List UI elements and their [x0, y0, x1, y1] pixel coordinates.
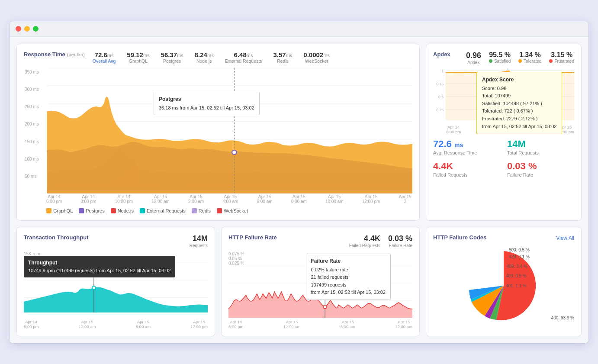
browser-titlebar — [10, 21, 588, 37]
svg-point-9 — [232, 150, 237, 155]
legend-nodejs: Node.js — [111, 208, 134, 213]
throughput-x-axis: Apr 146:00 pm Apr 1512:00 am Apr 156:00 … — [24, 319, 208, 329]
stat-avg-response-value: 72.6 ms — [433, 139, 463, 150]
response-time-x-axis: Apr 146:00 pm Apr 148:00 pm Apr 1410:00 … — [24, 194, 412, 204]
throughput-title: Transaction Throughput — [24, 234, 89, 241]
apdex-satisfied: 95.5 % Satisfied — [489, 51, 511, 64]
metric-websocket: 0.0002ms WebSocket — [303, 51, 330, 64]
legend-postgres: Postgres — [79, 208, 104, 213]
stat-failure-rate-label: Failure Rate — [507, 172, 533, 177]
close-icon[interactable] — [16, 26, 21, 32]
apdex-title: Apdex — [433, 51, 450, 58]
apdex-score-value: 0.96 — [466, 51, 481, 60]
failed-requests-label: Failed Requests — [349, 243, 380, 248]
response-title-section: Response Time (per txn) — [24, 51, 85, 59]
metric-node.js: 8.24ms Node.js — [195, 51, 214, 64]
metric-external-requests: 6.48ms External Requests — [225, 51, 262, 64]
svg-point-31 — [323, 305, 327, 309]
throughput-metric: 14M Requests — [190, 234, 208, 248]
maximize-icon[interactable] — [33, 26, 39, 32]
legend-graphql: GraphQL — [46, 208, 73, 213]
failed-requests-value: 4.4K — [364, 234, 380, 243]
apdex-score: 0.96 Apdex — [466, 51, 481, 65]
apdex-stats: 72.6 ms Avg. Response Time 14M Total Req… — [433, 139, 574, 177]
throughput-svg — [24, 263, 208, 312]
metric-overall-avg: 72.6ms Overall Avg — [93, 51, 116, 64]
failed-requests-metric: 4.4K Failed Requests — [349, 234, 380, 248]
http-failure-codes-card: HTTP Failure Codes View All — [426, 227, 582, 336]
hfr-x-axis: Apr 146:00 pm Apr 1512:00 am Apr 156:00 … — [228, 319, 412, 329]
throughput-label: Requests — [190, 243, 208, 248]
stat-avg-response: 72.6 ms Avg. Response Time — [433, 139, 500, 155]
metric-graphql: 59.12ms GraphQL — [127, 51, 149, 64]
apdex-frustrated: 3.15 % Frustrated — [549, 51, 574, 64]
apdex-card: Apdex 0.96 Apdex 95.5 % Satisfied 1.34 % — [426, 44, 582, 221]
svg-text:1: 1 — [441, 68, 444, 73]
hfr-svg — [228, 266, 412, 318]
bottom-row: Transaction Throughput 14M Requests 15K … — [16, 227, 582, 336]
response-time-svg — [24, 68, 412, 193]
pie-label-400: 400: 93.9 % — [551, 316, 574, 320]
apdex-score-label: Apdex — [467, 60, 479, 65]
metric-redis: 3.57ms Redis — [273, 51, 292, 64]
apdex-header: Apdex 0.96 Apdex 95.5 % Satisfied 1.34 % — [433, 51, 574, 65]
view-all-link[interactable]: View All — [556, 235, 574, 241]
http-failure-rate-header: HTTP Failure Rate 4.4K Failed Requests 0… — [228, 234, 412, 248]
stat-total-requests-value: 14M — [507, 139, 526, 150]
http-failure-rate-card: HTTP Failure Rate 4.4K Failed Requests 0… — [221, 227, 420, 336]
dashboard: Response Time (per txn) 72.6ms Overall A… — [10, 37, 588, 343]
apdex-tolerated-value: 1.34 % — [519, 51, 541, 59]
svg-text:0.5: 0.5 — [438, 94, 444, 99]
response-time-card: Response Time (per txn) 72.6ms Overall A… — [16, 44, 420, 221]
http-failure-rate-title: HTTP Failure Rate — [228, 234, 277, 241]
stat-failed-requests-label: Failed Requests — [433, 172, 468, 177]
apdex-tooltip-title: Apdex Score — [482, 76, 556, 84]
svg-text:0.25: 0.25 — [436, 107, 444, 112]
response-header: Response Time (per txn) 72.6ms Overall A… — [24, 51, 412, 64]
stat-failure-rate-value: 0.03 % — [507, 161, 537, 172]
stat-failed-requests: 4.4K Failed Requests — [433, 161, 500, 177]
response-time-legend: GraphQL Postgres Node.js External Reques… — [24, 208, 412, 213]
http-failure-codes-title: HTTP Failure Codes — [433, 234, 486, 241]
stat-failed-requests-value: 4.4K — [433, 161, 453, 172]
throughput-value: 14M — [190, 234, 208, 243]
legend-redis: Redis — [192, 208, 211, 213]
apdex-frustrated-value: 3.15 % — [551, 51, 572, 59]
response-time-chart-area: 350 ms 300 ms 250 ms 200 ms 150 ms 100 m… — [24, 68, 412, 193]
apdex-satisfied-value: 95.5 % — [489, 51, 511, 59]
pie-chart-svg — [460, 247, 547, 325]
throughput-chart: 15K rpm 10K rpm T — [24, 251, 208, 319]
apdex-tooltip: Apdex Score Score: 0.98 Total: 107499 Sa… — [476, 72, 562, 135]
svg-point-25 — [92, 286, 96, 290]
apdex-chart-area: 1 0.75 0.5 0.25 Apdex Score — [433, 68, 574, 120]
stat-total-requests: 14M Total Requests — [507, 139, 574, 155]
browser-window: Response Time (per txn) 72.6ms Overall A… — [9, 21, 589, 344]
stat-avg-response-label: Avg. Response Time — [433, 150, 477, 155]
response-time-title: Response Time — [24, 51, 65, 58]
apdex-metrics: 0.96 Apdex 95.5 % Satisfied 1.34 % Toler… — [466, 51, 574, 65]
pie-container: 500: 0.5 % 429: 0.1 % 409: 3.4 % 403: 0.… — [433, 247, 574, 325]
http-failure-rate-chart: 0.075 % 0.05 % 0.025 % — [228, 251, 412, 319]
apdex-tolerated: 1.34 % Tolerated — [518, 51, 541, 64]
throughput-header: Transaction Throughput 14M Requests — [24, 234, 208, 248]
stat-failure-rate: 0.03 % Failure Rate — [507, 161, 574, 177]
svg-text:0.75: 0.75 — [436, 81, 444, 86]
throughput-card: Transaction Throughput 14M Requests 15K … — [16, 227, 215, 336]
top-row: Response Time (per txn) 72.6ms Overall A… — [16, 44, 582, 221]
response-time-metrics: 72.6ms Overall Avg59.12ms GraphQL56.37ms… — [93, 51, 337, 64]
metric-postgres: 56.37ms Postgres — [161, 51, 183, 64]
minimize-icon[interactable] — [24, 26, 30, 32]
failure-rate-metric: 0.03 % Failure Rate — [388, 234, 412, 248]
http-failure-rate-metrics: 4.4K Failed Requests 0.03 % Failure Rate — [349, 234, 412, 248]
stat-total-requests-label: Total Requests — [507, 150, 539, 155]
http-failure-codes-header: HTTP Failure Codes View All — [433, 234, 574, 242]
legend-external: External Requests — [140, 208, 186, 213]
failure-rate-label: Failure Rate — [389, 243, 412, 248]
legend-websocket: WebSocket — [217, 208, 248, 213]
failure-rate-value: 0.03 % — [388, 234, 412, 243]
response-time-subtitle: (per txn) — [67, 52, 85, 57]
